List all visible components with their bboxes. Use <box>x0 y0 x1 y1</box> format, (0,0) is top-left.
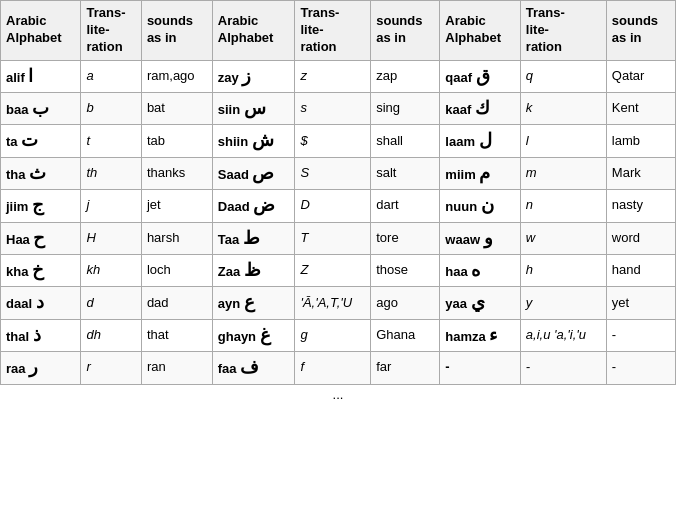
cell-trans-3-2: m <box>520 157 606 189</box>
cell-sound-4-2: nasty <box>606 190 675 222</box>
cell-name-0-2: qaaf ق <box>440 60 520 92</box>
cell-name-8-2: hamza ء <box>440 319 520 351</box>
cell-trans-5-1: T <box>295 222 371 254</box>
cell-trans-5-2: w <box>520 222 606 254</box>
table-row: Haa حHharshTaa طTtorewaaw وwword <box>1 222 676 254</box>
col-header-sounds-2: soundsas in <box>371 1 440 61</box>
table-row: jiim جjjetDaad ضDdartnuun نnnasty <box>1 190 676 222</box>
cell-name-1-2: kaaf ك <box>440 93 520 125</box>
cell-name-3-2: miim م <box>440 157 520 189</box>
cell-name-0-0: alif ا <box>1 60 81 92</box>
cell-trans-1-0: b <box>81 93 141 125</box>
cell-trans-6-0: kh <box>81 255 141 287</box>
cell-trans-8-0: dh <box>81 319 141 351</box>
cell-name-7-1: ayn ع <box>212 287 295 319</box>
table-row: ta تttabshiin ش$shalllaam لllamb <box>1 125 676 157</box>
cell-trans-2-0: t <box>81 125 141 157</box>
cell-name-2-0: ta ت <box>1 125 81 157</box>
cell-sound-9-2: - <box>606 352 675 384</box>
col-header-arabic-3: ArabicAlphabet <box>440 1 520 61</box>
table-row: tha ثththanksSaad صSsaltmiim مmMark <box>1 157 676 189</box>
cell-trans-1-2: k <box>520 93 606 125</box>
cell-trans-7-0: d <box>81 287 141 319</box>
cell-sound-3-0: thanks <box>141 157 212 189</box>
cell-trans-7-2: y <box>520 287 606 319</box>
cell-sound-5-0: harsh <box>141 222 212 254</box>
cell-trans-1-1: s <box>295 93 371 125</box>
cell-trans-2-2: l <box>520 125 606 157</box>
cell-name-8-1: ghayn غ <box>212 319 295 351</box>
cell-sound-3-1: salt <box>371 157 440 189</box>
col-header-sounds-3: soundsas in <box>606 1 675 61</box>
cell-trans-3-0: th <box>81 157 141 189</box>
cell-trans-9-2: - <box>520 352 606 384</box>
cell-sound-6-1: those <box>371 255 440 287</box>
cell-trans-3-1: S <box>295 157 371 189</box>
cell-sound-3-2: Mark <box>606 157 675 189</box>
cell-trans-4-0: j <box>81 190 141 222</box>
cell-trans-6-2: h <box>520 255 606 287</box>
cell-sound-5-2: word <box>606 222 675 254</box>
dots-row: ... <box>1 384 676 405</box>
cell-name-6-1: Zaa ظ <box>212 255 295 287</box>
cell-name-1-0: baa ب <box>1 93 81 125</box>
cell-sound-4-1: dart <box>371 190 440 222</box>
cell-trans-8-2: a,i,u 'a,'i,'u <box>520 319 606 351</box>
cell-sound-0-1: zap <box>371 60 440 92</box>
cell-trans-9-0: r <box>81 352 141 384</box>
cell-sound-7-2: yet <box>606 287 675 319</box>
cell-trans-0-1: z <box>295 60 371 92</box>
cell-sound-9-1: far <box>371 352 440 384</box>
table-row: alif اaram,agozay زzzapqaaf قqQatar <box>1 60 676 92</box>
cell-name-3-1: Saad ص <box>212 157 295 189</box>
cell-sound-7-0: dad <box>141 287 212 319</box>
cell-sound-2-0: tab <box>141 125 212 157</box>
col-header-trans-2: Trans-lite-ration <box>295 1 371 61</box>
cell-sound-1-2: Kent <box>606 93 675 125</box>
cell-trans-4-2: n <box>520 190 606 222</box>
cell-name-9-2: - <box>440 352 520 384</box>
cell-sound-9-0: ran <box>141 352 212 384</box>
table-row: kha خkhlochZaa ظZthosehaa هhhand <box>1 255 676 287</box>
cell-trans-0-0: a <box>81 60 141 92</box>
dots-cell: ... <box>1 384 676 405</box>
cell-trans-2-1: $ <box>295 125 371 157</box>
cell-name-5-2: waaw و <box>440 222 520 254</box>
cell-name-0-1: zay ز <box>212 60 295 92</box>
cell-name-1-1: siin س <box>212 93 295 125</box>
table-row: daal دddadayn ع'Ā,'A,T,'Uagoyaa يyyet <box>1 287 676 319</box>
cell-name-3-0: tha ث <box>1 157 81 189</box>
cell-trans-9-1: f <box>295 352 371 384</box>
cell-sound-2-2: lamb <box>606 125 675 157</box>
cell-sound-2-1: shall <box>371 125 440 157</box>
cell-trans-7-1: 'Ā,'A,T,'U <box>295 287 371 319</box>
cell-sound-8-2: - <box>606 319 675 351</box>
cell-sound-4-0: jet <box>141 190 212 222</box>
cell-sound-1-0: bat <box>141 93 212 125</box>
cell-sound-7-1: ago <box>371 287 440 319</box>
cell-name-5-1: Taa ط <box>212 222 295 254</box>
cell-sound-1-1: sing <box>371 93 440 125</box>
col-header-arabic-1: ArabicAlphabet <box>1 1 81 61</box>
cell-name-2-1: shiin ش <box>212 125 295 157</box>
cell-sound-0-2: Qatar <box>606 60 675 92</box>
cell-trans-6-1: Z <box>295 255 371 287</box>
table-row: thal ذdhthatghayn غgGhanahamza ءa,i,u 'a… <box>1 319 676 351</box>
col-header-arabic-2: ArabicAlphabet <box>212 1 295 61</box>
cell-sound-8-0: that <box>141 319 212 351</box>
cell-name-6-0: kha خ <box>1 255 81 287</box>
cell-name-5-0: Haa ح <box>1 222 81 254</box>
cell-name-2-2: laam ل <box>440 125 520 157</box>
col-header-sounds-1: soundsas in <box>141 1 212 61</box>
cell-name-8-0: thal ذ <box>1 319 81 351</box>
cell-trans-0-2: q <box>520 60 606 92</box>
table-row: baa بbbatsiin سssingkaaf كkKent <box>1 93 676 125</box>
table-row: raa رrranfaa فffar--- <box>1 352 676 384</box>
cell-name-4-1: Daad ض <box>212 190 295 222</box>
cell-sound-6-0: loch <box>141 255 212 287</box>
cell-sound-6-2: hand <box>606 255 675 287</box>
col-header-trans-3: Trans-lite-ration <box>520 1 606 61</box>
cell-name-4-0: jiim ج <box>1 190 81 222</box>
cell-trans-4-1: D <box>295 190 371 222</box>
cell-sound-5-1: tore <box>371 222 440 254</box>
